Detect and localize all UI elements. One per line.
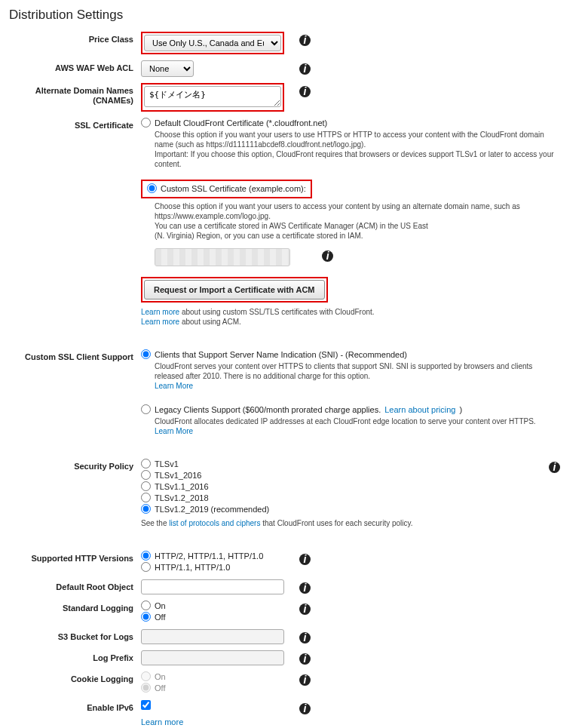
page-title: Distribution Settings [9, 8, 579, 23]
label-root: Default Root Object [9, 579, 141, 591]
ipv6-learn-link[interactable]: Learn more [141, 717, 183, 726]
certificate-field[interactable] [155, 248, 290, 266]
request-acm-button[interactable]: Request or Import a Certificate with ACM [144, 280, 325, 299]
sni-label: Clients that Support Server Name Indicat… [155, 350, 407, 359]
default-root-input[interactable] [141, 579, 284, 594]
info-icon[interactable] [299, 86, 311, 97]
label-cnames: Alternate Domain Names(CNAMEs) [9, 83, 141, 105]
info-icon[interactable] [299, 674, 311, 686]
ssl-custom-help3: (N. Virginia) Region, or you can use a c… [155, 232, 363, 240]
http11-radio[interactable] [141, 562, 151, 572]
tls-v12-2018-radio[interactable] [141, 493, 151, 502]
info-icon[interactable] [322, 250, 333, 262]
log-prefix-input[interactable] [141, 650, 284, 665]
ssl-custom-label: Custom SSL Certificate (example.com): [161, 184, 306, 193]
sni-help: CloudFront serves your content over HTTP… [155, 362, 532, 380]
label-http: Supported HTTP Versions [9, 551, 141, 563]
info-icon[interactable] [299, 554, 311, 565]
legacy-label-b: ) [459, 405, 462, 414]
protocols-link[interactable]: list of protocols and ciphers [169, 519, 260, 527]
sni-learn-link[interactable]: Learn More [155, 382, 193, 390]
info-icon[interactable] [549, 462, 560, 473]
legacy-learn-link[interactable]: Learn More [155, 427, 193, 435]
ssl-custom-help2: You can use a certificate stored in AWS … [155, 222, 428, 230]
s3-bucket-input[interactable] [141, 629, 284, 644]
label-waf: AWS WAF Web ACL [9, 60, 141, 72]
label-s3: S3 Bucket for Logs [9, 629, 141, 641]
ssl-custom-help1: Choose this option if you want your user… [155, 202, 520, 220]
price-class-select[interactable]: Use Only U.S., Canada and Europe [144, 35, 281, 51]
label-ssl-client: Custom SSL Client Support [9, 349, 141, 361]
logging-on-radio[interactable] [141, 601, 151, 610]
ipv6-checkbox[interactable] [141, 700, 151, 710]
label-ssl: SSL Certificate [9, 118, 141, 130]
tls-v1-2016-radio[interactable] [141, 470, 151, 480]
learn-more-ssl-link[interactable]: Learn more [141, 308, 179, 316]
logging-off-radio[interactable] [141, 612, 151, 622]
label-price-class: Price Class [9, 32, 141, 44]
cookie-on-radio [141, 671, 151, 681]
legacy-radio[interactable] [141, 404, 151, 414]
http2-radio[interactable] [141, 551, 151, 561]
label-sec-policy: Security Policy [9, 459, 141, 471]
label-cookie: Cookie Logging [9, 671, 141, 683]
ssl-custom-radio[interactable] [147, 183, 157, 193]
info-icon[interactable] [299, 35, 311, 46]
legacy-pricing-link[interactable]: Learn about pricing [384, 405, 455, 414]
tls-v1-radio[interactable] [141, 459, 151, 468]
ssl-default-radio[interactable] [141, 118, 151, 127]
label-logging: Standard Logging [9, 601, 141, 613]
cnames-textarea[interactable] [144, 86, 281, 107]
info-icon[interactable] [299, 63, 311, 75]
cookie-off-radio [141, 683, 151, 693]
info-icon[interactable] [299, 703, 311, 714]
tls-v12-2019-radio[interactable] [141, 504, 151, 514]
legacy-help: CloudFront allocates dedicated IP addres… [155, 417, 536, 425]
tls-v11-2016-radio[interactable] [141, 481, 151, 491]
waf-select[interactable]: None [141, 60, 194, 77]
ssl-default-help1: Choose this option if you want your user… [155, 131, 544, 149]
sni-radio[interactable] [141, 349, 151, 359]
learn-more-acm-link[interactable]: Learn more [141, 318, 179, 326]
label-ipv6: Enable IPv6 [9, 700, 141, 712]
ssl-default-help2: Important: If you choose this option, Cl… [155, 150, 554, 168]
info-icon[interactable] [299, 632, 311, 644]
label-prefix: Log Prefix [9, 650, 141, 662]
info-icon[interactable] [299, 582, 311, 594]
info-icon[interactable] [299, 604, 311, 615]
legacy-label-a: Legacy Clients Support ($600/month prora… [155, 405, 381, 414]
ssl-default-label: Default CloudFront Certificate (*.cloudf… [155, 118, 327, 127]
info-icon[interactable] [299, 653, 311, 665]
